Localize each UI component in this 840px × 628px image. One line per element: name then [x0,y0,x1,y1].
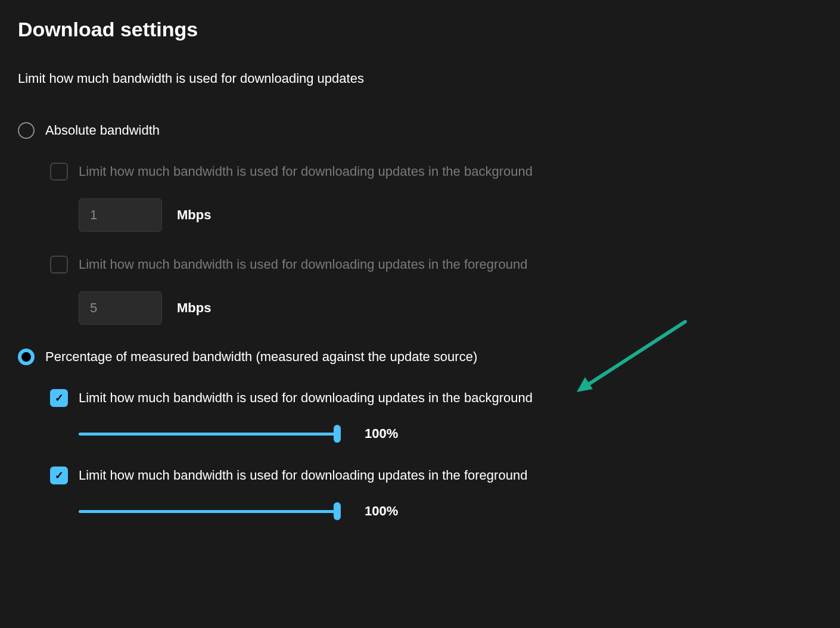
absolute-background-unit: Mbps [177,207,211,223]
absolute-background-label: Limit how much bandwidth is used for dow… [79,164,533,179]
slider-track [79,510,341,513]
absolute-bandwidth-radio[interactable] [18,122,35,139]
percentage-background-checkbox[interactable]: ✓ [50,389,68,407]
percentage-foreground-value: 100% [365,503,398,519]
percentage-background-checkbox-row[interactable]: ✓ Limit how much bandwidth is used for d… [50,389,822,407]
absolute-bandwidth-label: Absolute bandwidth [45,123,160,138]
page-subtitle: Limit how much bandwidth is used for dow… [18,71,822,86]
absolute-foreground-input [79,291,162,325]
percentage-foreground-checkbox[interactable]: ✓ [50,467,68,484]
percentage-background-slider[interactable] [79,425,341,443]
absolute-foreground-input-row: Mbps [79,291,822,325]
percentage-foreground-checkbox-row[interactable]: ✓ Limit how much bandwidth is used for d… [50,467,822,484]
percentage-bandwidth-label: Percentage of measured bandwidth (measur… [45,349,477,365]
check-icon: ✓ [55,391,64,405]
percentage-background-value: 100% [365,426,398,442]
absolute-foreground-checkbox: ✓ [50,256,68,273]
page-title: Download settings [18,18,822,41]
slider-track [79,433,341,436]
absolute-sub-section: ✓ Limit how much bandwidth is used for d… [50,163,822,325]
absolute-foreground-label: Limit how much bandwidth is used for dow… [79,257,527,272]
absolute-bandwidth-radio-row[interactable]: Absolute bandwidth [18,122,822,139]
percentage-foreground-slider-row: 100% [79,502,822,520]
percentage-foreground-label: Limit how much bandwidth is used for dow… [79,468,527,483]
percentage-foreground-slider[interactable] [79,502,341,520]
percentage-background-label: Limit how much bandwidth is used for dow… [79,390,533,406]
absolute-foreground-checkbox-row: ✓ Limit how much bandwidth is used for d… [50,256,822,273]
percentage-sub-section: ✓ Limit how much bandwidth is used for d… [50,389,822,520]
percentage-bandwidth-radio[interactable] [18,349,35,365]
absolute-background-checkbox: ✓ [50,163,68,181]
absolute-foreground-unit: Mbps [177,300,211,316]
check-icon: ✓ [55,469,64,482]
slider-thumb[interactable] [334,425,341,443]
percentage-bandwidth-radio-row[interactable]: Percentage of measured bandwidth (measur… [18,349,822,365]
slider-thumb[interactable] [334,502,341,520]
absolute-background-input-row: Mbps [79,198,822,232]
absolute-background-checkbox-row: ✓ Limit how much bandwidth is used for d… [50,163,822,181]
absolute-background-input [79,198,162,232]
percentage-background-slider-row: 100% [79,425,822,443]
